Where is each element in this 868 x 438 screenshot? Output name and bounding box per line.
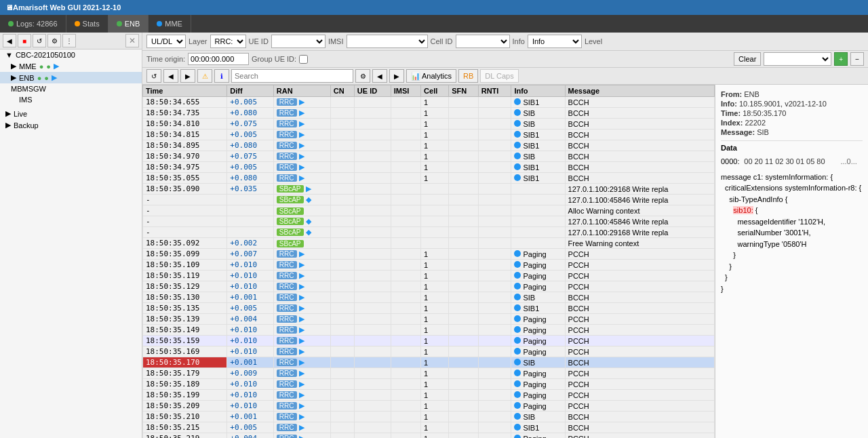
table-row[interactable]: 18:50:34.895+0.080RRC ▶1 SIB1BCCH (143, 140, 715, 151)
table-row[interactable]: -SBcAP ◆127.0.1.100:45846 Write repla (143, 195, 715, 205)
cell-info: SIB (511, 357, 565, 368)
tab-stats-dot (75, 21, 80, 26)
table-row[interactable]: 18:50:35.199+0.010RRC ▶1 PagingPCCH (143, 390, 715, 401)
imsi-select[interactable] (347, 35, 428, 48)
clear-btn[interactable]: Clear (734, 52, 761, 66)
sidebar-close-btn[interactable]: ✕ (125, 34, 139, 47)
tab-logs[interactable]: Logs: 42866 (0, 15, 66, 33)
group-ue-checkbox[interactable] (299, 55, 308, 64)
table-row[interactable]: 18:50:35.149+0.010RRC ▶1 PagingPCCH (143, 325, 715, 336)
sidebar-item-mme[interactable]: ▶ MME ● ● ▶ (0, 60, 142, 72)
rb-btn[interactable]: RB (458, 69, 478, 83)
table-row[interactable]: 18:50:34.810+0.075RRC ▶1 SIBBCCH (143, 119, 715, 130)
log-table-container[interactable]: Time Diff RAN CN UE ID IMSI Cell SFN RNT… (142, 85, 715, 438)
time-origin-input[interactable] (188, 53, 249, 65)
table-row[interactable]: 18:50:35.109+0.010RRC ▶1 PagingPCCH (143, 260, 715, 271)
info-btn[interactable]: ℹ (214, 69, 229, 83)
code-line: serialNumber '3001'H, (721, 227, 863, 239)
cell-ran: RRC ▶ (273, 401, 330, 412)
cell-cn (330, 140, 354, 151)
analytics-btn[interactable]: 📊 Analytics (406, 69, 456, 83)
cell-message: PCCH (565, 401, 714, 412)
table-row[interactable]: 18:50:35.189+0.010RRC ▶1 PagingPCCH (143, 379, 715, 390)
next-btn[interactable]: ▶ (180, 69, 195, 83)
warning-btn[interactable]: ⚠ (197, 69, 212, 83)
arrow-right-btn[interactable]: ▶ (389, 69, 404, 83)
sidebar-item-backup[interactable]: ▶ Backup (0, 119, 142, 131)
table-row[interactable]: 18:50:35.129+0.010RRC ▶1 PagingPCCH (143, 281, 715, 292)
table-row[interactable]: 18:50:35.170+0.001RRC ▶1 SIBBCCH (143, 357, 715, 368)
table-row[interactable]: 18:50:35.210+0.001RRC ▶1 SIBBCCH (143, 412, 715, 422)
table-row[interactable]: 18:50:35.219+0.004RRC ▶1 PagingPCCH (143, 433, 715, 439)
add-btn[interactable]: + (834, 52, 848, 66)
info-select[interactable]: Info (528, 35, 582, 48)
table-row[interactable]: 18:50:35.159+0.010RRC ▶1 PagingPCCH (143, 336, 715, 346)
arrow-right-icon: ▶ (297, 130, 304, 138)
sidebar-item-root[interactable]: ▼ CBC-2021050100 (0, 49, 142, 60)
prev-btn[interactable]: ◀ (163, 69, 178, 83)
table-row[interactable]: 18:50:34.975+0.005RRC ▶1 SIB1BCCH (143, 162, 715, 173)
dl-caps-label: DL Caps (485, 72, 513, 80)
table-row[interactable]: -SBcAP ◆127.0.1.100:45846 Write repla (143, 216, 715, 227)
ue-id-select[interactable] (271, 35, 326, 48)
minus-btn[interactable]: − (850, 52, 864, 66)
table-row[interactable]: 18:50:35.090+0.035SBcAP ▶127.0.1.100:291… (143, 184, 715, 195)
tab-stats[interactable]: Stats (66, 15, 108, 33)
cell-imsi (391, 184, 420, 195)
search-options-btn[interactable]: ⚙ (355, 69, 370, 83)
table-row[interactable]: 18:50:35.169+0.010RRC ▶1 PagingPCCH (143, 346, 715, 357)
table-row[interactable]: 18:50:34.735+0.080RRC ▶1 SIBBCCH (143, 108, 715, 119)
ue-id-label: UE ID (249, 37, 269, 45)
table-row[interactable]: 18:50:35.130+0.001RRC ▶1 SIBBCCH (143, 292, 715, 303)
cell-rnti (478, 205, 511, 216)
code-line: criticalExtensions systemInformation-r8:… (721, 182, 863, 194)
table-row[interactable]: -SBcAPAlloc Warning context (143, 205, 715, 216)
dl-caps-btn[interactable]: DL Caps (480, 69, 518, 83)
hex-data: 0000: 00 20 11 02 30 01 05 80 ...0... (721, 156, 863, 167)
sidebar-item-enb[interactable]: ▶ ENB ● ● ▶ (0, 72, 142, 83)
cell-rnti (478, 379, 511, 390)
cell-message: PCCH (565, 390, 714, 401)
mode-select[interactable]: UL/DL (146, 35, 186, 48)
table-row[interactable]: 18:50:34.970+0.075RRC ▶1 SIBBCCH (143, 151, 715, 162)
table-row[interactable]: 18:50:34.655+0.005RRC ▶1 SIB1BCCH (143, 97, 715, 108)
table-row[interactable]: 18:50:34.815+0.005RRC ▶1 SIB1BCCH (143, 130, 715, 140)
sidebar-refresh-btn[interactable]: ↺ (33, 34, 46, 47)
table-row[interactable]: 18:50:35.179+0.009RRC ▶1 PagingPCCH (143, 368, 715, 379)
table-row[interactable]: 18:50:35.215+0.005RRC ▶1 SIB1BCCH (143, 422, 715, 433)
table-row[interactable]: 18:50:35.099+0.007RRC ▶1 PagingPCCH (143, 249, 715, 260)
cell-time: - (143, 227, 227, 238)
table-row[interactable]: 18:50:35.209+0.010RRC ▶1 PagingPCCH (143, 401, 715, 412)
sidebar-stop-btn[interactable]: ■ (18, 34, 31, 47)
cell-message: PCCH (565, 260, 714, 271)
search-input[interactable] (231, 69, 353, 83)
cell-sfn (449, 422, 479, 433)
cell-message: PCCH (565, 314, 714, 325)
tab-enb[interactable]: ENB (108, 15, 149, 33)
sidebar-item-mbmsgw[interactable]: MBMSGW (0, 83, 142, 94)
refresh-log-btn[interactable]: ↺ (146, 69, 161, 83)
cell-rnti (478, 314, 511, 325)
sidebar-item-live[interactable]: ▶ Live (0, 108, 142, 119)
tab-mme[interactable]: MME (149, 15, 191, 33)
sidebar-config-btn[interactable]: ⚙ (47, 34, 61, 47)
table-row[interactable]: 18:50:35.055+0.080RRC ▶1 SIB1BCCH (143, 173, 715, 184)
cell-id-select[interactable] (456, 35, 510, 48)
cell-ran: RRC ▶ (273, 336, 330, 346)
cell-ran: RRC ▶ (273, 271, 330, 281)
arrow-left-btn[interactable]: ◀ (372, 69, 387, 83)
table-row[interactable]: 18:50:35.092+0.002SBcAPFree Warning cont… (143, 238, 715, 249)
sidebar-item-ims[interactable]: IMS (0, 94, 142, 105)
layer-select[interactable]: RRC: (210, 35, 246, 48)
table-row[interactable]: 18:50:35.135+0.005RRC ▶1 SIB1BCCH (143, 303, 715, 314)
table-row[interactable]: -SBcAP ◆127.0.1.100:29168 Write repla (143, 227, 715, 238)
code-line: } (721, 250, 863, 261)
cell-message: PCCH (565, 336, 714, 346)
from-label: From: (721, 90, 744, 98)
sidebar-more-btn[interactable]: ⋮ (62, 34, 76, 47)
clear-options-select[interactable] (764, 52, 831, 66)
table-row[interactable]: 18:50:35.119+0.010RRC ▶1 PagingPCCH (143, 271, 715, 281)
cell-ue-id (354, 119, 391, 130)
sidebar-prev-btn[interactable]: ◀ (3, 34, 16, 47)
table-row[interactable]: 18:50:35.139+0.004RRC ▶1 PagingPCCH (143, 314, 715, 325)
